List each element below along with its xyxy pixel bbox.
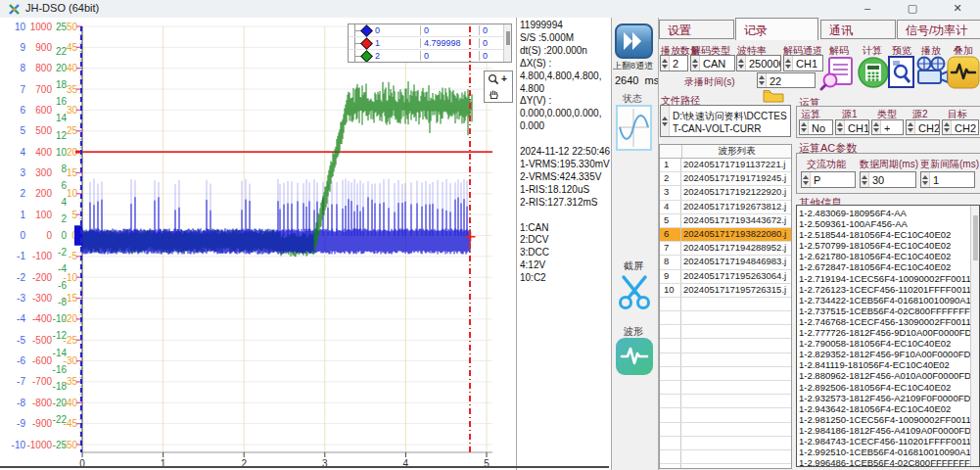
op-source1-spinner[interactable]: CH1	[835, 119, 869, 135]
decode-type-spinner[interactable]: CAN	[690, 55, 735, 71]
op-target-spinner[interactable]: CH2	[942, 119, 979, 135]
tab-signal-power[interactable]: 信号/功率计	[897, 20, 980, 39]
waveform-list-row[interactable]	[660, 311, 791, 325]
waveform-button[interactable]	[616, 338, 653, 375]
calculate-button[interactable]	[858, 57, 889, 92]
can-frame-line[interactable]: 1-2.621780-181056F4-EC10C40E02	[799, 251, 979, 261]
can-frame-line[interactable]: 1-2.570799-181056F4-EC10C40E02	[799, 240, 979, 251]
can-frame-line[interactable]: 1-2.984743-1CECF456-110201FFFF001100	[799, 436, 979, 446]
axis-label: 18	[56, 79, 68, 90]
waveform-list-row[interactable]: 6 2024051717193822080.j	[660, 228, 791, 242]
can-frame-line[interactable]: 1-2.518544-181056F4-EC10C40E02	[799, 229, 979, 240]
page-up-channels-button[interactable]	[615, 24, 653, 59]
play-button[interactable]	[914, 56, 950, 92]
row-number	[660, 325, 681, 338]
close-button[interactable]: ✕	[935, 0, 980, 18]
can-frame-line[interactable]: 1-2.509361-100AF456-AA	[799, 218, 979, 229]
can-frame-line[interactable]: 1-2.746768-1CECF456-13090002FF001100	[799, 316, 979, 327]
waveform-list-table[interactable]: 波形列表 1 2024051717191137221.j2 2024051717…	[659, 144, 792, 469]
tab-record[interactable]: 记录	[735, 18, 818, 40]
zoom-in-tool[interactable]: +	[485, 71, 512, 86]
sine-wave-icon	[618, 107, 650, 149]
waveform-list-row[interactable]: 7 2024051717194288952.j	[660, 242, 791, 256]
can-frame-line[interactable]: 1-2.981250-1CEC56F4-10090002FF001100	[799, 414, 979, 425]
can-frame-line[interactable]: 1-2.777726-1812F456-9D10A00F0000FD	[799, 327, 979, 338]
screenshot-button[interactable]	[615, 272, 654, 315]
waveform-list-row[interactable]	[660, 339, 791, 352]
can-frame-line[interactable]: 1-2.892506-181056F4-EC10C40E02	[799, 382, 979, 393]
waveform-list-row[interactable]	[660, 381, 791, 395]
waveform-list-row[interactable]	[660, 395, 791, 408]
legend-row[interactable]: 2 0 0	[349, 50, 511, 63]
maximize-button[interactable]: ▢	[890, 0, 935, 18]
can-frame-line[interactable]: 1-2.483069-180956F4-AA	[799, 208, 979, 218]
can-frame-line[interactable]: 1-2.790058-181056F4-EC10C40E02	[799, 338, 979, 349]
waveform-list-row[interactable]	[660, 367, 791, 381]
file-path-field[interactable]: D:\快速访问资料\DCCTEST-CAN-VOLT-CURR	[660, 105, 791, 137]
waveform-list-row[interactable]: 1 2024051717191137221.j	[660, 159, 791, 172]
waveform-list-row[interactable]: 4 2024051717192673812.j	[660, 201, 791, 214]
axis-label: -10	[64, 272, 78, 283]
waveform-list-row[interactable]	[660, 325, 791, 339]
waveform-file-name	[681, 437, 791, 449]
record-time-spinner[interactable]: 22	[757, 72, 816, 88]
waveform-list-row[interactable]: 8 2024051717194846983.j	[660, 256, 791, 269]
legend-row[interactable]: 0 0 0	[349, 24, 511, 37]
overlay-button[interactable]	[947, 56, 980, 93]
waveform-list-row[interactable]: 9 2024051717195263064.j	[660, 270, 791, 284]
ac-function-spinner[interactable]: P	[801, 171, 856, 188]
legend-scrollbar[interactable]	[503, 24, 511, 62]
preview-button[interactable]	[888, 56, 914, 88]
can-frame-line[interactable]: 1-2.672847-181056F4-EC10C40E02	[799, 261, 979, 272]
can-frame-line[interactable]: 1-2.932573-1812F456-A2109F0F0000FD	[799, 393, 979, 403]
waveform-list-row[interactable]: 5 2024051717193443672.j	[660, 214, 791, 228]
can-frame-line[interactable]: 1-2.734422-1CEB56F4-016810010090A15A	[799, 295, 979, 306]
op-type-spinner[interactable]: +	[871, 119, 904, 135]
can-frame-line[interactable]: 1-2.996486-1CEB56F4-02C800FFFFFFFFFF	[799, 457, 979, 467]
can-frame-scrollbar[interactable]	[970, 206, 979, 466]
can-frame-line[interactable]: 1-2.829352-1812F456-9F10A00F0000FD	[799, 349, 979, 359]
control-panel: 设置 记录 通讯 信号/功率计 播放数量 解码类型 波特率 解码通道 2 CAN…	[658, 18, 980, 470]
waveform-list-row[interactable]	[660, 437, 791, 450]
oscilloscope-plot[interactable]: 109876543210-1-2-3-4-5-6-7-8-9-101000900…	[0, 18, 516, 470]
ac-period-spinner[interactable]: 30	[860, 171, 916, 188]
waveform-list-row[interactable]: 2 2024051717191719245.j	[660, 172, 791, 186]
waveform-list-row[interactable]	[660, 450, 791, 464]
waveform-list-row[interactable]: 10 2024051717195726315.j	[660, 284, 791, 298]
cursor-legend-table[interactable]: 0 0 0 1 4.799998 0 2 0 0 3 4.799998 0	[348, 24, 512, 63]
legend-row[interactable]: 1 4.799998 0	[349, 37, 511, 50]
right-cursor-line[interactable]	[469, 26, 471, 452]
can-frame-line[interactable]: 1-2.984186-1812F456-A4109A0F0000FD	[799, 425, 979, 436]
can-frame-line[interactable]: 1-2.992510-1CEB56F4-016810010090A15A	[799, 446, 979, 457]
axis-label: -3	[17, 293, 25, 304]
can-frame-line[interactable]: 1-2.943642-181056F4-EC10C40E02	[799, 403, 979, 414]
minimize-button[interactable]: –	[845, 0, 890, 18]
ac-interval-spinner[interactable]: 1	[920, 171, 975, 188]
pan-tool[interactable]	[485, 86, 512, 101]
tab-communication[interactable]: 通讯	[820, 20, 896, 39]
waveform-list-row[interactable]	[660, 298, 791, 311]
left-cursor-line[interactable]	[80, 26, 82, 452]
playback-count-spinner[interactable]: 2	[660, 55, 688, 71]
baud-rate-spinner[interactable]: 250000	[736, 55, 781, 71]
waveform-list-row[interactable]	[660, 423, 791, 437]
can-frame-list[interactable]: 1-2.483069-180956F4-AA1-2.509361-100AF45…	[796, 205, 980, 467]
can-frame-line[interactable]: 1-2.737515-1CEB56F4-02C800FFFFFFFFFF	[799, 306, 979, 316]
waveform-list-row[interactable]: 3 2024051717192122920.j	[660, 186, 791, 200]
tab-settings[interactable]: 设置	[659, 20, 734, 39]
op-mode-spinner[interactable]: No	[799, 119, 833, 135]
status-indicator[interactable]	[616, 105, 652, 151]
waveform-list-row[interactable]	[660, 464, 791, 469]
decode-button[interactable]	[819, 56, 857, 95]
row-number: 7	[660, 242, 681, 255]
op-source2-spinner[interactable]: CH2	[906, 119, 940, 135]
axis-label: 12	[56, 130, 68, 141]
can-frame-line[interactable]: 1-2.841119-181056F4-EC10C40E02	[799, 359, 979, 370]
can-frame-line[interactable]: 1-2.880962-1812F456-A010A00F0000FD	[799, 370, 979, 381]
can-frame-line[interactable]: 1-2.726123-1CECF456-110201FFFF001100	[799, 284, 979, 295]
decode-channel-spinner[interactable]: CH1	[783, 55, 823, 71]
can-frame-line[interactable]: 1-2.719194-1CEC56F4-10090002FF001100	[799, 273, 979, 284]
waveform-list-row[interactable]	[660, 408, 791, 422]
waveform-list-row[interactable]	[660, 353, 791, 367]
ac-col-label: 数据周期(ms)	[860, 158, 918, 171]
